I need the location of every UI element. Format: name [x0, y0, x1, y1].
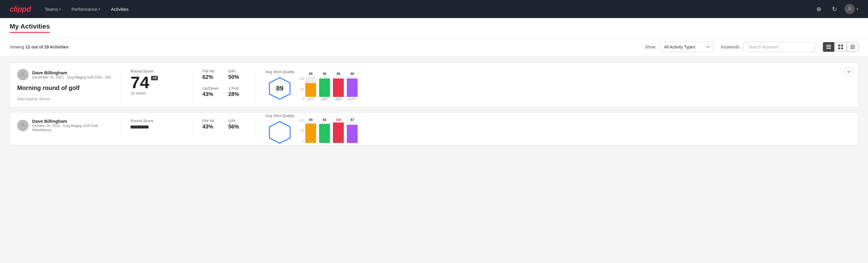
- svg-rect-1: [826, 45, 831, 46]
- stat-gir-value: 50%: [228, 74, 246, 80]
- avatar: [17, 69, 29, 80]
- activity-type-select[interactable]: All Activity Types Rounds Practice: [659, 42, 714, 52]
- user-name: Dave Billingham: [32, 70, 111, 75]
- quality-hexagon: 89: [268, 77, 292, 100]
- user-row: Dave Billingham October 16, 2021 · Gog M…: [17, 119, 114, 132]
- stat-fw-hit-value: 43%: [203, 124, 220, 130]
- stat-updown-label: Up/Down: [203, 86, 220, 91]
- nav-teams[interactable]: Teams ▾: [40, 4, 65, 14]
- bar-value-app-2: 92: [323, 118, 326, 122]
- navbar: clippd Teams ▾ Performance ▾ Activities …: [0, 0, 868, 18]
- nav-teams-label: Teams: [45, 7, 58, 12]
- bar-label-putt: PUTT: [348, 98, 356, 101]
- svg-point-0: [848, 7, 850, 9]
- bar-outer-putt-2: [347, 122, 358, 143]
- chart-y-axis: 100 50 0: [299, 119, 304, 143]
- svg-rect-3: [826, 48, 831, 49]
- chevron-down-icon: ▾: [59, 7, 61, 11]
- svg-rect-8: [850, 45, 855, 46]
- quality-section: Avg Shot Quality 100 50 0: [263, 119, 851, 139]
- user-row: Dave Billingham December 05, 2021 · Gog …: [17, 69, 114, 80]
- avatar: [844, 4, 855, 14]
- nav-performance-label: Performance: [71, 7, 97, 12]
- show-filter-group: Show: All Activity Types Rounds Practice: [645, 42, 714, 52]
- view-toggle-group: [823, 42, 858, 52]
- page-header: My Activities: [0, 18, 868, 38]
- stat-fw-hit: FW Hit 43%: [203, 119, 220, 139]
- quality-score: 89: [276, 85, 283, 92]
- bar-col-putt-2: 87: [347, 118, 358, 143]
- list-detail-view-button[interactable]: [847, 42, 858, 52]
- svg-point-14: [22, 123, 24, 125]
- brand-logo[interactable]: clippd: [10, 4, 31, 14]
- stat-gir-value: 56%: [228, 124, 246, 130]
- bar-value-putt-2: 87: [350, 118, 354, 122]
- show-label: Show:: [645, 45, 657, 49]
- bar-label-app: APP: [321, 98, 328, 101]
- card-left-section: Dave Billingham December 05, 2021 · Gog …: [17, 69, 114, 101]
- stat-oneputt: 1 Putt 28%: [228, 86, 246, 101]
- avatar: [17, 120, 29, 131]
- stat-gir: GIR 56%: [228, 119, 246, 139]
- avg-shot-quality-label: Avg Shot Quality: [265, 113, 294, 118]
- bar-outer-app-2: [319, 122, 330, 143]
- stat-fw-hit: FW Hit 62%: [203, 69, 220, 84]
- svg-rect-7: [841, 48, 843, 50]
- card-divider: [192, 119, 193, 139]
- shot-quality-chart: 100 50 0 94 92: [299, 115, 358, 143]
- nav-links: Teams ▾ Performance ▾ Activities: [40, 4, 804, 14]
- bar-value-app: 90: [323, 72, 326, 76]
- stats-grid: FW Hit 43% GIR 56%: [200, 119, 248, 139]
- round-score-value: 74 +4: [130, 74, 158, 91]
- bar-value-putt: 89: [350, 72, 354, 76]
- hexagon-wrap: 89: [265, 77, 294, 100]
- bar-col-putt: 89 PUTT: [347, 72, 358, 101]
- svg-rect-9: [850, 46, 855, 47]
- refresh-button[interactable]: ↻: [829, 4, 840, 14]
- round-score-section: Round Score: [128, 119, 185, 139]
- bar-col-arg: 89 ARG: [333, 72, 344, 101]
- nav-activities[interactable]: Activities: [107, 4, 133, 14]
- bar-value-arg: 89: [337, 72, 340, 76]
- list-compact-view-button[interactable]: [823, 42, 834, 52]
- nav-activities-label: Activities: [111, 7, 129, 12]
- user-name: Dave Billingham: [32, 119, 114, 124]
- bar-outer-arg: [333, 77, 344, 97]
- add-button[interactable]: ⊕: [813, 4, 824, 14]
- bar-value-ott-2: 94: [309, 118, 312, 122]
- user-avatar-menu[interactable]: ▾: [844, 4, 858, 14]
- keywords-filter-group: Keywords:: [721, 42, 816, 52]
- bar-label-arg: ARG: [335, 98, 342, 101]
- filter-bar: Viewing 12 out of 29 Activities Show: Al…: [0, 38, 868, 57]
- bar-col-ott-2: 94: [305, 118, 316, 143]
- data-source: Data Source: Arccos: [17, 97, 114, 101]
- score-diff-badge: +4: [151, 76, 158, 80]
- stat-updown: Up/Down 43%: [203, 86, 220, 101]
- avg-shot-quality-label-wrap: Avg Shot Quality: [265, 113, 294, 144]
- viewing-count-text: Viewing 12 out of 29 Activities: [10, 45, 69, 49]
- bar-col-arg-2: 106: [333, 118, 344, 143]
- stat-gir-label: GIR: [228, 119, 246, 123]
- hexagon-wrap: [265, 120, 294, 144]
- svg-rect-10: [850, 47, 855, 48]
- keyword-search-input[interactable]: [743, 42, 816, 52]
- stat-fw-hit-label: FW Hit: [203, 119, 220, 123]
- card-divider: [255, 119, 256, 139]
- nav-performance[interactable]: Performance ▾: [67, 4, 104, 14]
- card-divider: [121, 119, 121, 139]
- bar-fill-arg: [333, 79, 344, 97]
- stat-updown-value: 43%: [203, 91, 220, 97]
- bar-fill-app: [319, 79, 330, 97]
- bar-outer-ott: [305, 77, 316, 97]
- bar-fill-putt: [347, 79, 358, 97]
- stat-gir: GIR 50%: [228, 69, 246, 84]
- grid-view-button[interactable]: [835, 42, 846, 52]
- bar-fill-ott: [305, 83, 316, 97]
- shot-quality-chart: 100 50 0 85 OTT 90: [299, 69, 358, 101]
- stat-gir-label: GIR: [228, 69, 246, 74]
- edit-button[interactable]: ✏: [844, 67, 854, 77]
- svg-marker-15: [270, 122, 290, 143]
- activity-card: Dave Billingham October 16, 2021 · Gog M…: [10, 112, 858, 145]
- bar-outer-ott-2: [305, 122, 316, 143]
- user-info: Dave Billingham December 05, 2021 · Gog …: [32, 70, 111, 80]
